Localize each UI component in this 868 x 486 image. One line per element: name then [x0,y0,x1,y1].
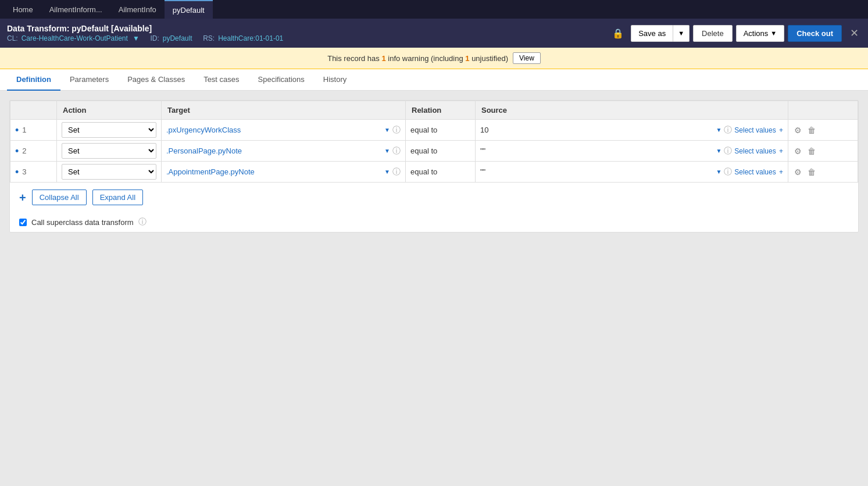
col-header-num [10,101,57,120]
expand-all-button[interactable]: Expand All [92,190,143,205]
source-input-1[interactable] [480,126,713,134]
table-row: • 3 Set Append to Remove from Call Map [10,162,858,183]
superclass-checkbox[interactable] [19,219,27,226]
tab-ailment-inform[interactable]: AilmentInform... [41,0,110,19]
tabs-bar: Definition Parameters Pages & Classes Te… [0,69,868,91]
target-cell-3: ▼ ⓘ [162,162,406,183]
action-select-2[interactable]: Set Append to Remove from Call Map [62,143,156,159]
delete-button[interactable]: Delete [693,25,733,42]
tab-definition[interactable]: Definition [7,69,60,91]
action-select-1[interactable]: Set Append to Remove from Call Map [62,122,156,138]
target-dropdown-icon-3[interactable]: ▼ [384,169,390,175]
lock-icon: 🔒 [612,28,624,39]
gear-icon-1[interactable]: ⚙ [793,124,803,136]
target-dropdown-icon-2[interactable]: ▼ [384,148,390,154]
action-cell-1: Set Append to Remove from Call Map [57,120,162,141]
select-values-link-3[interactable]: Select values + [734,168,783,176]
actions-button[interactable]: Actions ▼ [736,25,785,42]
source-input-2[interactable] [480,146,713,155]
meta-separator [143,34,147,42]
rs-value[interactable]: HealthCare:01-01-01 [218,34,283,42]
main-content: Action Target Relation Source • 1 [0,91,868,475]
source-dropdown-icon-3[interactable]: ▼ [716,169,721,175]
action-select-3[interactable]: Set Append to Remove from Call Map [62,164,156,180]
target-info-icon-3[interactable]: ⓘ [392,167,401,177]
collapse-all-button[interactable]: Collapse All [32,190,87,205]
relation-cell-1: equal to [406,120,476,141]
target-input-3[interactable] [166,167,382,176]
header-right: 🔒 Save as ▼ Delete Actions ▼ Check out ✕ [612,24,861,42]
row-number-2: 2 [22,146,26,155]
meta-separator2 [195,34,199,42]
tab-history[interactable]: History [314,69,356,91]
row-actions-cell-3: ⚙ 🗑 [788,162,858,183]
cl-value[interactable]: Care-HealthCare-Work-OutPatient [22,34,128,42]
rs-label: RS: [203,34,215,42]
tab-home[interactable]: Home [5,0,41,19]
tab-specifications[interactable]: Specifications [249,69,314,91]
source-dropdown-icon-2[interactable]: ▼ [716,148,721,154]
gear-icon-3[interactable]: ⚙ [793,166,803,178]
tab-ailment-info[interactable]: AilmentInfo [110,0,165,19]
row-num-cell-2: • 2 [10,141,57,162]
col-header-source: Source [476,101,788,120]
target-input-1[interactable] [166,126,382,134]
col-header-action: Action [57,101,162,120]
row-bullet-2: • [15,146,19,156]
relation-cell-2: equal to [406,141,476,162]
target-dropdown-icon-1[interactable]: ▼ [384,127,390,133]
cl-dropdown-icon[interactable]: ▼ [133,34,140,42]
delete-row-icon-2[interactable]: 🗑 [806,145,817,157]
save-as-button[interactable]: Save as [631,25,673,42]
col-header-relation: Relation [406,101,476,120]
source-info-icon-1[interactable]: ⓘ [724,125,732,135]
target-input-2[interactable] [166,146,382,155]
source-cell-2: ▼ ⓘ Select values + [476,141,788,162]
row-actions-cell-2: ⚙ 🗑 [788,141,858,162]
checkbox-row: Call superclass data transform ⓘ [10,212,858,232]
page-title: Data Transform: pyDefault [Available] [7,24,283,33]
col-header-target: Target [162,101,406,120]
select-values-link-2[interactable]: Select values + [734,147,783,155]
tab-test-cases[interactable]: Test cases [194,69,248,91]
source-info-icon-3[interactable]: ⓘ [724,167,732,177]
bottom-controls: + Collapse All Expand All [10,183,858,212]
view-warning-button[interactable]: View [513,52,541,64]
help-icon[interactable]: ⓘ [138,217,147,227]
save-as-dropdown-button[interactable]: ▼ [673,25,690,42]
add-row-button[interactable]: + [19,192,26,203]
target-cell-1: ▼ ⓘ [162,120,406,141]
delete-row-icon-3[interactable]: 🗑 [806,166,817,178]
gear-icon-2[interactable]: ⚙ [793,145,803,157]
row-bullet-1: • [15,125,19,135]
source-info-icon-2[interactable]: ⓘ [724,146,732,156]
delete-row-icon-1[interactable]: 🗑 [806,124,817,136]
actions-label: Actions [744,29,769,38]
id-value[interactable]: pyDefault [163,34,192,42]
save-as-button-group: Save as ▼ [631,25,690,42]
target-info-icon-2[interactable]: ⓘ [392,146,401,156]
header-meta: CL: Care-HealthCare-Work-OutPatient ▼ ID… [7,34,283,42]
relation-cell-3: equal to [406,162,476,183]
col-header-row-actions [788,101,858,120]
cl-label: CL: [7,34,18,42]
table-row: • 1 Set Append to Remove from Call Map [10,120,858,141]
select-values-link-1[interactable]: Select values + [734,126,783,134]
target-info-icon-1[interactable]: ⓘ [392,125,401,135]
data-table-container: Action Target Relation Source • 1 [9,100,859,233]
row-num-cell-3: • 3 [10,162,57,183]
table-row: • 2 Set Append to Remove from Call Map [10,141,858,162]
row-number-1: 1 [22,126,26,134]
header-bar: Data Transform: pyDefault [Available] CL… [0,19,868,48]
source-cell-1: ▼ ⓘ Select values + [476,120,788,141]
tab-parameters[interactable]: Parameters [60,69,118,91]
source-input-3[interactable] [480,167,713,176]
target-cell-2: ▼ ⓘ [162,141,406,162]
header-left: Data Transform: pyDefault [Available] CL… [7,24,283,42]
source-dropdown-icon-1[interactable]: ▼ [716,127,721,133]
close-icon[interactable]: ✕ [848,24,861,42]
checkout-button[interactable]: Check out [788,25,842,42]
tab-pages-classes[interactable]: Pages & Classes [118,69,194,91]
warning-banner: This record has 1 info warning (includin… [0,48,868,69]
tab-py-default[interactable]: pyDefault [165,0,213,19]
